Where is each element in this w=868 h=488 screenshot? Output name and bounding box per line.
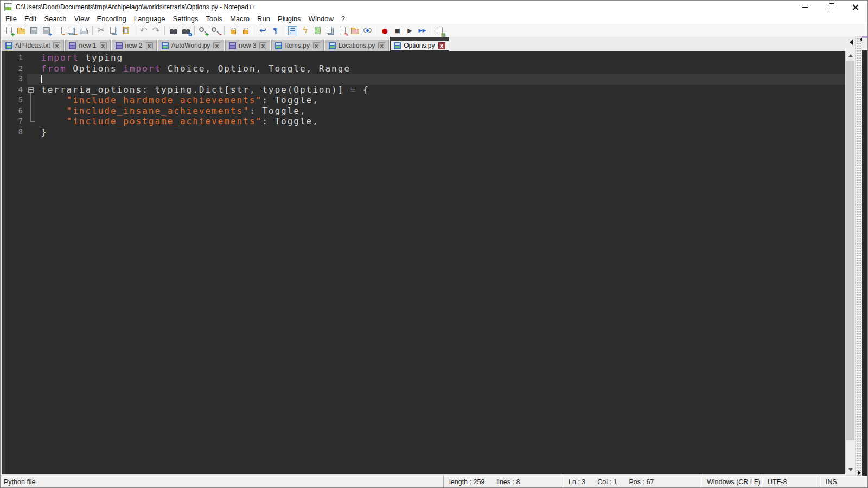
menu-item-encoding[interactable]: Encoding — [93, 14, 130, 23]
tab-new-2[interactable]: new 2x — [112, 40, 157, 51]
close-all-icon[interactable]: – — [66, 25, 77, 36]
code-text[interactable]: import typing — [36, 53, 845, 63]
code-text[interactable] — [36, 74, 845, 85]
code-line[interactable]: 7 "include_postgame_achievements": Toggl… — [5, 116, 845, 127]
minimize-button[interactable] — [793, 1, 818, 14]
scroll-down-button[interactable] — [846, 465, 855, 474]
tab-close-button[interactable]: x — [378, 42, 385, 49]
fold-collapse-icon[interactable] — [27, 85, 36, 95]
status-encoding[interactable]: UTF-8 — [762, 476, 820, 487]
menu-item-view[interactable]: View — [71, 14, 93, 23]
notepad-plus-plus-icon — [4, 3, 12, 11]
code-line[interactable]: 4terraria_options: typing.Dict[str, type… — [5, 85, 845, 95]
replace-icon[interactable]: b — [180, 25, 192, 36]
save-all-icon[interactable]: + — [41, 25, 52, 36]
define-language-icon[interactable]: ϟ — [299, 25, 311, 36]
monitoring-icon[interactable] — [362, 25, 373, 36]
document-map-icon[interactable] — [312, 25, 323, 36]
paste-icon[interactable] — [120, 25, 132, 36]
tab-ap-ideas-txt[interactable]: AP Ideas.txtx — [2, 40, 64, 51]
tab-autoworld-py[interactable]: AutoWorld.pyx — [158, 40, 225, 51]
tab-label: Locations.py — [339, 42, 375, 49]
menu-item-settings[interactable]: Settings — [169, 14, 202, 23]
code-text[interactable]: "include_postgame_achievements": Toggle, — [36, 116, 845, 127]
undo-icon[interactable]: ↶ — [138, 25, 149, 36]
cut-icon[interactable]: ✂ — [95, 25, 107, 36]
restore-button[interactable] — [818, 1, 843, 14]
tab-close-button[interactable]: x — [313, 42, 320, 49]
tab-new-1[interactable]: new 1x — [65, 40, 110, 51]
tab-items-py[interactable]: Items.pyx — [271, 40, 323, 51]
tab-options-py[interactable]: Options.pyx — [390, 37, 449, 51]
title-bar[interactable]: C:\Users\Dood\Documents\tmp\Archipelago\… — [1, 1, 867, 14]
zoom-out-icon[interactable]: – — [210, 25, 221, 36]
tab-scroll-left-icon[interactable] — [850, 40, 853, 45]
splitter-expand-right-icon[interactable] — [858, 471, 861, 475]
document-switcher-icon[interactable] — [324, 25, 336, 36]
word-wrap-icon[interactable]: ↩ — [257, 25, 269, 36]
tab-close-button[interactable]: x — [259, 42, 266, 49]
tab-close-button[interactable]: x — [438, 42, 445, 49]
menu-item-window[interactable]: Window — [305, 14, 337, 23]
editor-pane[interactable]: 1import typing2from Options import Choic… — [2, 51, 845, 474]
code-text[interactable]: } — [36, 127, 845, 138]
code-line[interactable]: 8} — [5, 127, 845, 138]
print-icon[interactable] — [78, 25, 90, 36]
redo-icon[interactable]: ↷ — [150, 25, 162, 36]
status-eol-format[interactable]: Windows (CR LF) — [701, 476, 762, 487]
macro-stop-icon[interactable]: ■ — [392, 25, 403, 36]
sync-vertical-scroll-icon[interactable] — [227, 25, 239, 36]
menu-item-language[interactable]: Language — [130, 14, 169, 23]
menu-item-run[interactable]: Run — [253, 14, 274, 23]
scrollbar-thumb[interactable] — [846, 61, 854, 440]
menu-item-search[interactable]: Search — [40, 14, 70, 23]
sync-horizontal-scroll-icon[interactable] — [240, 25, 251, 36]
code-line[interactable]: 2from Options import Choice, Option, Tog… — [5, 63, 845, 74]
code-line[interactable]: 1import typing — [5, 53, 845, 63]
code-line[interactable]: 6 "include_insane_achievements": Toggle, — [5, 106, 845, 117]
code-text[interactable]: terraria_options: typing.Dict[str, type(… — [36, 85, 845, 95]
view-splitter[interactable] — [855, 36, 862, 476]
menu-item-tools[interactable]: Tools — [202, 14, 226, 23]
second-view-partial-tab[interactable] — [862, 36, 867, 50]
zoom-in-icon[interactable]: + — [197, 25, 209, 36]
find-icon[interactable] — [168, 25, 179, 36]
code-line[interactable]: 3 — [5, 74, 845, 85]
folder-as-workspace-icon[interactable] — [349, 25, 361, 36]
tab-new-3[interactable]: new 3x — [225, 40, 270, 51]
tab-close-button[interactable]: x — [146, 42, 153, 49]
tab-close-button[interactable]: x — [213, 42, 220, 49]
new-file-icon[interactable]: + — [3, 25, 15, 36]
macro-record-icon[interactable]: ● — [379, 25, 391, 36]
code-text[interactable]: "include_hardmode_achievements": Toggle, — [36, 95, 845, 106]
show-all-characters-icon[interactable]: ¶ — [270, 25, 281, 36]
menu-item-file[interactable]: File — [2, 14, 21, 23]
vertical-scrollbar[interactable] — [845, 51, 855, 474]
macro-run-multiple-icon[interactable]: ▶▶ — [417, 25, 428, 36]
menu-item-[interactable]: ? — [337, 14, 349, 23]
menu-item-edit[interactable]: Edit — [21, 14, 40, 23]
close-file-icon[interactable]: – — [53, 25, 65, 36]
code-text[interactable]: from Options import Choice, Option, Togg… — [36, 63, 845, 74]
function-list-icon[interactable]: ✎ — [337, 25, 348, 36]
tab-close-button[interactable]: x — [53, 42, 60, 49]
scroll-up-button[interactable] — [846, 51, 855, 60]
show-indent-guide-icon[interactable] — [287, 25, 298, 36]
copy-icon[interactable] — [108, 25, 119, 36]
status-typing-mode[interactable]: INS — [820, 476, 867, 487]
code-text[interactable]: "include_insane_achievements": Toggle, — [36, 106, 845, 117]
save-file-icon[interactable] — [28, 25, 40, 36]
line-number: 5 — [5, 95, 27, 106]
tab-locations-py[interactable]: Locations.pyx — [325, 40, 389, 51]
menu-item-macro[interactable]: Macro — [226, 14, 253, 23]
tab-close-button[interactable]: x — [100, 42, 107, 49]
floppy-saved-icon — [275, 42, 282, 49]
macro-save-icon[interactable]: ▦ — [434, 25, 445, 36]
macro-play-icon[interactable]: ▶ — [404, 25, 416, 36]
code-line[interactable]: 5 "include_hardmode_achievements": Toggl… — [5, 95, 845, 106]
open-file-icon[interactable] — [16, 25, 27, 36]
status-pos: Pos : 67 — [629, 478, 654, 486]
menu-item-plugins[interactable]: Plugins — [274, 14, 305, 23]
close-button[interactable] — [843, 1, 867, 14]
status-doc-type: Python file — [1, 476, 443, 487]
